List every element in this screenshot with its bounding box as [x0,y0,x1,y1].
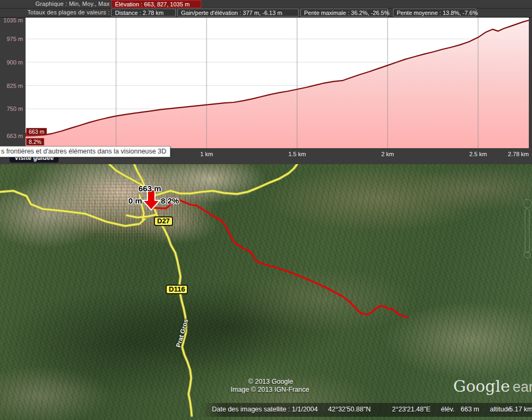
marker-slope-label: 8.2% [161,196,179,205]
y-tick-label: 975 m [6,36,23,42]
profile-stats-row-1: Graphique : Min, Moy., Max Élévation : 6… [0,0,532,9]
elev-label: élév. [441,406,454,413]
profile-stats-row-2: Totaux des plages de valeurs : Distance … [0,9,532,18]
x-tick-label: 2 km [381,151,394,157]
gps-route-track [151,200,407,317]
copyright-google: © 2013 Google [248,378,293,385]
elevation-stat-box[interactable]: Élévation : 663, 827, 1035 m [111,0,201,8]
road-badge-d27: D27 [154,216,173,226]
y-tick-label: 825 m [6,83,23,89]
elevation-profile-panel: Graphique : Min, Moy., Max Élévation : 6… [0,0,532,164]
copyright-ign: Image © 2013 IGN-France [231,386,309,393]
x-tick-label: 2.78 km [508,151,529,157]
max-slope-stat-box[interactable]: Pente maximale : 36.2%, -26.5% [300,9,388,17]
y-tick-label: 750 m [6,106,23,112]
graph-minmax-label: Graphique : Min, Moy., Max [0,1,110,7]
road-badge-d116: D116 [166,285,188,294]
navigation-control[interactable] [523,199,531,258]
y-tick-label: 900 m [6,59,23,66]
altitude-value: 5.17 km [509,406,532,413]
distance-stat-box[interactable]: Distance : 2.78 km [111,9,176,17]
status-bar: Date des images satellite : 1/1/2004 42°… [201,403,532,417]
elev-value: 663 m [461,406,479,413]
latitude-readout: 42°32'50.88"N [328,406,371,413]
elevation-profile-chart[interactable] [26,18,529,148]
elevation-y-axis: 1035 m975 m900 m825 m750 m663 m [0,18,26,148]
profile-start-slope-badge: 8.2% [26,138,44,146]
satellite-map-viewport[interactable]: 663 m 0 m 8.2% D27 D116 Prat Gros © 2013… [0,164,532,420]
y-tick-label: 1035 m [3,17,23,23]
x-tick-label: 1 km [200,151,213,157]
longitude-readout: 2°23'21.48"E [392,406,430,413]
imagery-date: Date des images satellite : 1/1/2004 [212,406,318,413]
viewer-tooltip: s frontières et d'autres éléments dans l… [0,146,170,157]
profile-start-elevation-badge: 663 m [26,128,47,135]
google-earth-window: Graphique : Min, Moy., Max Élévation : 6… [0,0,532,420]
range-totals-label: Totaux des plages de valeurs : [0,9,110,15]
google-earth-logo: Googleear [453,377,532,395]
x-tick-label: 2.5 km [469,151,487,157]
y-tick-label: 663 m [6,133,23,139]
avg-slope-stat-box[interactable]: Pente moyenne : 13.8%, -7.6% [393,9,476,17]
altitude-label: altitude [490,406,511,413]
logo-earth-text: ear [513,379,532,395]
marker-elevation-label: 663 m [138,184,161,193]
gain-loss-stat-box[interactable]: Gain/perte d'élévation : 377 m, -6.13 m [177,9,299,17]
marker-distance-label: 0 m [128,196,142,205]
logo-google-text: Google [453,377,510,395]
x-tick-label: 1.5 km [288,151,306,157]
